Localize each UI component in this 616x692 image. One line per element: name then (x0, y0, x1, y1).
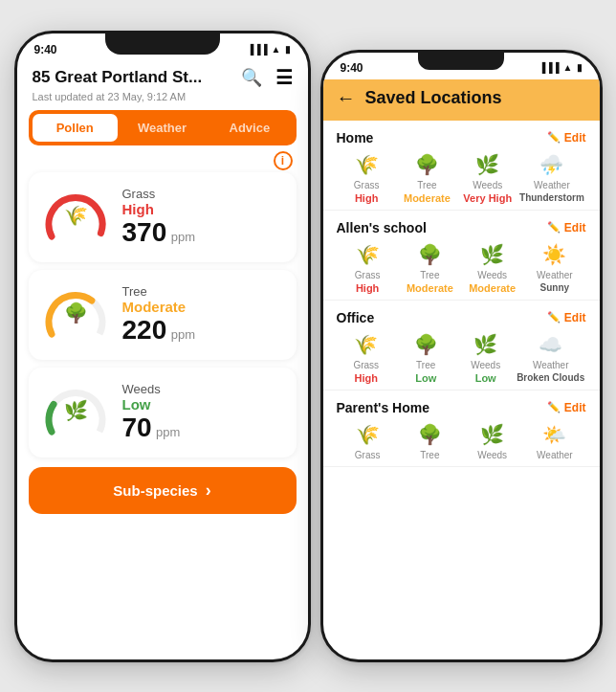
school-weeds-value: Moderate (469, 282, 516, 294)
school-tree: 🌳 Tree Moderate (401, 243, 458, 294)
office-grass-icon: 🌾 (354, 333, 378, 356)
home-grass-label: Grass (354, 180, 380, 190)
tree-level: Moderate (122, 299, 283, 315)
school-header: Allen's school ✏️ Edit (337, 220, 586, 235)
weeds-level: Low (122, 396, 283, 413)
school-weeds: 🌿 Weeds Moderate (464, 243, 521, 294)
weeds-value: 70 (122, 413, 152, 442)
parents-weeds-label: Weeds (477, 450, 507, 460)
office-tree-value: Low (415, 372, 436, 384)
office-weeds: 🌿 Weeds Low (457, 333, 515, 384)
school-edit-button[interactable]: ✏️ Edit (547, 221, 586, 234)
office-name: Office (337, 310, 375, 325)
home-edit-button[interactable]: ✏️ Edit (547, 131, 586, 145)
parents-icons: 🌾 Grass 🌳 Tree 🌿 Weeds 🌤️ Weather (337, 423, 586, 460)
pollen-cards: 🌾 Grass High 370 ppm (17, 172, 308, 458)
scene: 9:40 ▐▐▐ ▲ ▮ 85 Great Portland St... 🔍 ☰… (0, 0, 616, 692)
sub-species-button[interactable]: Sub-species › (29, 467, 297, 514)
right-phone: 9:40 ▐▐▐ ▲ ▮ ← Saved Locations Home ✏️ E… (320, 50, 603, 662)
svg-text:🌿: 🌿 (64, 399, 87, 421)
home-weather-value: Thunderstorm (519, 192, 584, 203)
school-name: Allen's school (337, 220, 427, 235)
back-button[interactable]: ← (337, 87, 356, 109)
home-icons: 🌾 Grass High 🌳 Tree Moderate 🌿 Weeds Ver… (337, 153, 586, 204)
school-weeds-icon: 🌿 (480, 243, 504, 266)
tree-unit: ppm (171, 327, 195, 342)
office-edit-button[interactable]: ✏️ Edit (547, 311, 586, 324)
school-tree-label: Tree (420, 270, 439, 280)
office-edit-pencil-icon: ✏️ (547, 311, 561, 324)
parents-edit-button[interactable]: ✏️ Edit (547, 401, 586, 414)
grass-type: Grass (122, 187, 283, 201)
grass-card: 🌾 Grass High 370 ppm (29, 172, 297, 262)
tree-value-row: 220 ppm (122, 315, 283, 346)
grass-value: 370 (122, 217, 167, 247)
parents-grass: 🌾 Grass (339, 423, 396, 460)
address-title: 85 Great Portland St... (33, 68, 203, 87)
home-grass-value: High (355, 192, 378, 204)
grass-level: High (122, 201, 283, 217)
location-parents-home: Parent's Home ✏️ Edit 🌾 Grass 🌳 Tree (323, 391, 600, 467)
grass-info: Grass High 370 ppm (122, 187, 283, 248)
grass-unit: ppm (171, 230, 195, 244)
r-wifi-icon: ▲ (563, 62, 573, 73)
office-weather-label: Weather (533, 360, 569, 370)
tab-pollen[interactable]: Pollen (33, 114, 118, 142)
office-grass-label: Grass (353, 360, 379, 370)
parents-edit-label: Edit (564, 401, 586, 414)
locations-list: Home ✏️ Edit 🌾 Grass High 🌳 Tree (323, 121, 600, 632)
weather-thunderstorm-icon: ⛈️ (539, 153, 563, 176)
weeds-unit: ppm (156, 425, 180, 439)
parents-name: Parent's Home (337, 400, 429, 415)
weeds-gauge: 🌿 (42, 379, 109, 446)
location-home: Home ✏️ Edit 🌾 Grass High 🌳 Tree (323, 121, 600, 211)
left-header: 85 Great Portland St... 🔍 ☰ (17, 60, 308, 91)
school-grass-label: Grass (355, 270, 381, 280)
right-header: ← Saved Locations (323, 79, 600, 121)
weeds-pollen-icon: 🌿 (475, 153, 499, 176)
weeds-info: Weeds Low 70 ppm (122, 382, 283, 443)
home-tree-value: Moderate (404, 192, 451, 204)
r-signal-icon: ▐▐▐ (539, 62, 559, 73)
parents-grass-icon: 🌾 (356, 423, 380, 446)
tree-card: 🌳 Tree Moderate 220 ppm (29, 270, 297, 360)
home-weeds-label: Weeds (473, 180, 502, 190)
office-weather-icon: ☁️ (539, 333, 562, 356)
office-edit-label: Edit (564, 311, 586, 324)
home-header: Home ✏️ Edit (337, 130, 586, 145)
parents-weeds: 🌿 Weeds (464, 423, 521, 460)
office-weeds-value: Low (475, 372, 496, 384)
school-weather-label: Weather (537, 270, 573, 280)
info-icon[interactable]: i (274, 151, 293, 170)
svg-text:🌾: 🌾 (64, 204, 87, 226)
weeds-type: Weeds (122, 382, 283, 396)
office-weeds-icon: 🌿 (473, 333, 497, 356)
school-weather: ☀️ Weather Sunny (526, 243, 583, 294)
office-grass-value: High (355, 372, 378, 384)
last-updated: Last updated at 23 May, 9:12 AM (17, 91, 308, 110)
office-tree-label: Tree (416, 360, 435, 370)
left-notch (105, 33, 220, 55)
weeds-value-row: 70 ppm (122, 413, 283, 443)
menu-icon[interactable]: ☰ (275, 66, 293, 89)
school-grass-icon: 🌾 (356, 243, 380, 266)
tree-pollen-icon: 🌳 (415, 153, 439, 176)
office-weeds-label: Weeds (471, 360, 500, 370)
parents-weather-label: Weather (537, 450, 573, 460)
home-grass: 🌾 Grass High (338, 153, 395, 204)
home-weather: ⛈️ Weather Thunderstorm (519, 153, 584, 204)
edit-pencil-icon: ✏️ (547, 131, 561, 144)
search-icon[interactable]: 🔍 (241, 67, 262, 88)
left-status-time: 9:40 (34, 43, 57, 56)
school-weather-icon: ☀️ (542, 243, 566, 266)
school-weeds-label: Weeds (477, 270, 507, 280)
tabs: Pollen Weather Advice (29, 110, 297, 145)
tree-value: 220 (122, 315, 167, 345)
tab-advice[interactable]: Advice (207, 114, 292, 142)
signal-icon: ▐▐▐ (247, 44, 267, 55)
tab-weather[interactable]: Weather (120, 114, 205, 142)
tree-info: Tree Moderate 220 ppm (122, 284, 283, 346)
school-edit-pencil-icon: ✏️ (547, 221, 561, 234)
school-tree-icon: 🌳 (418, 243, 442, 266)
right-status-icons: ▐▐▐ ▲ ▮ (539, 62, 582, 73)
